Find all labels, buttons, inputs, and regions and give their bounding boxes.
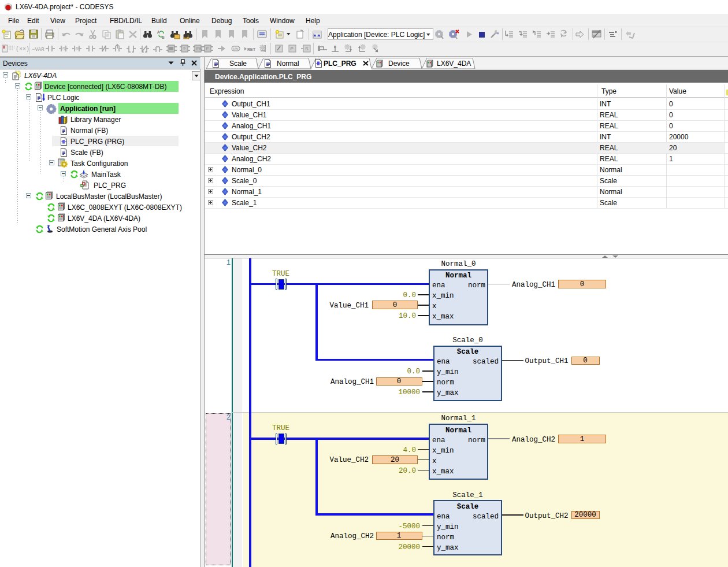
svg-text:E: E — [206, 46, 209, 51]
svg-text:P: P — [291, 46, 294, 51]
svg-text:LTL: LTL — [233, 47, 239, 51]
svg-text:S: S — [62, 46, 65, 51]
svg-text:R: R — [76, 46, 79, 51]
svg-text:(××): (××) — [16, 46, 29, 52]
svg-text:EN: EN — [196, 46, 203, 51]
svg-text:B: B — [162, 35, 165, 39]
svg-text:A: A — [157, 30, 160, 34]
svg-text:?: ? — [183, 46, 186, 51]
svg-text:−VAR: −VAR — [32, 47, 44, 52]
svg-text:S: S — [305, 46, 308, 51]
svg-text:RET: RET — [247, 47, 256, 52]
